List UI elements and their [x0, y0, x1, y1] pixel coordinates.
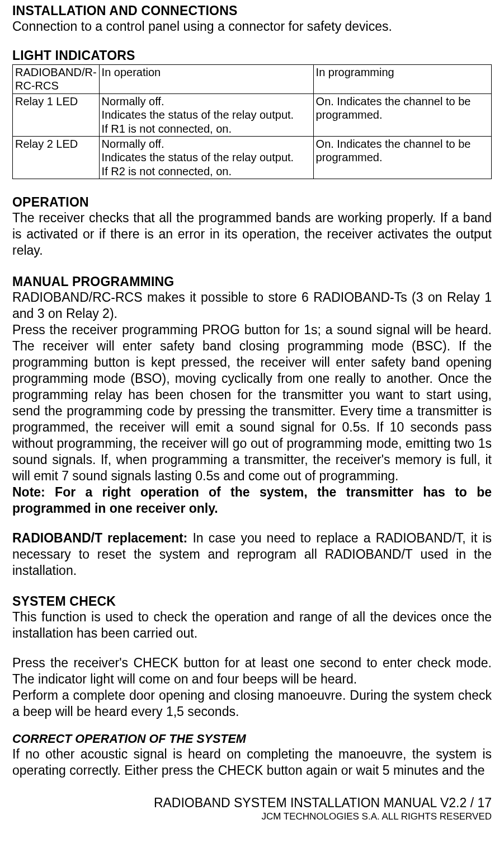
heading-system-check: SYSTEM CHECK: [12, 594, 492, 609]
table-row: Relay 2 LED Normally off.Indicates the s…: [13, 136, 492, 179]
correct-operation-text: If no other acoustic signal is heard on …: [12, 746, 492, 779]
installation-text: Connection to a control panel using a co…: [12, 18, 492, 35]
table-cell: On. Indicates the channel to be programm…: [313, 136, 491, 179]
page-footer: RADIOBAND SYSTEM INSTALLATION MANUAL V2.…: [12, 795, 492, 822]
heading-installation: INSTALLATION AND CONNECTIONS: [12, 3, 492, 18]
table-row: Relay 1 LED Normally off.Indicates the s…: [13, 93, 492, 136]
heading-light-indicators: LIGHT INDICATORS: [12, 48, 492, 63]
table-cell: Normally off.Indicates the status of the…: [99, 136, 313, 179]
table-cell: In programming: [313, 64, 491, 93]
table-row: RADIOBAND/R-RC-RCS In operation In progr…: [13, 64, 492, 93]
table-cell: On. Indicates the channel to be programm…: [313, 93, 491, 136]
table-cell: RADIOBAND/R-RC-RCS: [13, 64, 100, 93]
table-cell: Normally off.Indicates the status of the…: [99, 93, 313, 136]
heading-correct-operation: CORRECT OPERATION OF THE SYSTEM: [12, 732, 492, 746]
table-cell: Relay 2 LED: [13, 136, 100, 179]
replacement-label: RADIOBAND/T replacement:: [12, 531, 187, 545]
light-indicators-table: RADIOBAND/R-RC-RCS In operation In progr…: [12, 64, 492, 179]
system-check-p3: Perform a complete door opening and clos…: [12, 687, 492, 720]
radioband-replacement: RADIOBAND/T replacement: In case you nee…: [12, 530, 492, 579]
heading-operation: OPERATION: [12, 195, 492, 210]
table-cell: Relay 1 LED: [13, 93, 100, 136]
operation-text: The receiver checks that all the program…: [12, 210, 492, 259]
heading-manual-programming: MANUAL PROGRAMMING: [12, 274, 492, 289]
footer-title: RADIOBAND SYSTEM INSTALLATION MANUAL V2.…: [12, 795, 492, 811]
system-check-p1: This function is used to check the opera…: [12, 609, 492, 642]
manual-programming-note: Note: For a right operation of the syste…: [12, 484, 492, 517]
system-check-p2: Press the receiver's CHECK button for at…: [12, 655, 492, 687]
manual-programming-p1: RADIOBAND/RC-RCS makes it possible to st…: [12, 289, 492, 322]
table-cell: In operation: [99, 64, 313, 93]
manual-programming-p2: Press the receiver programming PROG butt…: [12, 322, 492, 484]
footer-sub: JCM TECHNOLOGIES S.A. ALL RIGHTS RESERVE…: [12, 811, 492, 822]
